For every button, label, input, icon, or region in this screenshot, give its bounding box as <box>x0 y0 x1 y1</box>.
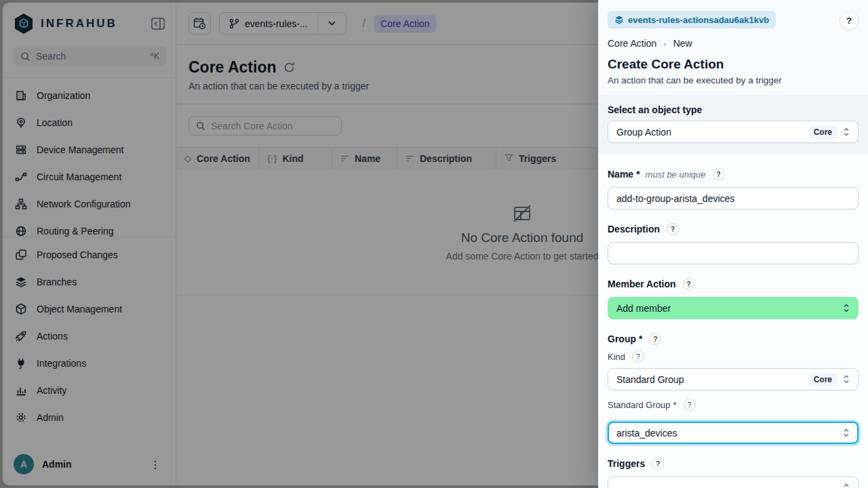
chevron-updown-icon <box>843 428 850 438</box>
drawer-header: events-rules-actionsadau6ak1kvb ? Core A… <box>598 0 868 95</box>
required-marker: * <box>639 333 642 344</box>
member-action-label-row: Member Action ? <box>608 278 859 290</box>
standard-group-label: Standard Group <box>608 400 671 410</box>
required-marker: * <box>636 169 639 180</box>
layers-icon <box>614 15 624 24</box>
triggers-select[interactable] <box>608 476 859 488</box>
name-input[interactable]: add-to-group-arista_devices <box>608 187 859 209</box>
triggers-label: Triggers <box>608 458 645 469</box>
group-label: Group <box>608 333 636 344</box>
standard-group-label-row: Standard Group * ? <box>608 399 859 411</box>
breadcrumb-parent[interactable]: Core Action <box>608 38 656 49</box>
member-action-value: Add member <box>616 303 671 314</box>
standard-group-select[interactable]: arista_devices <box>608 422 859 444</box>
description-input[interactable] <box>608 242 859 264</box>
name-label: Name <box>608 169 633 180</box>
standard-group-value: arista_devices <box>616 428 677 439</box>
object-type-value: Group Action <box>616 127 671 138</box>
help-icon[interactable]: ? <box>652 458 664 470</box>
chevron-right-icon: › <box>663 39 666 49</box>
help-icon[interactable]: ? <box>683 278 695 290</box>
description-label: Description <box>608 224 660 235</box>
object-type-label: Select an object type <box>608 104 859 115</box>
breadcrumb-current: New <box>673 38 692 49</box>
chevron-updown-icon <box>843 127 850 137</box>
screen: INFRAHUB Search <box>0 0 868 488</box>
kind-label: Kind <box>608 352 625 362</box>
chevron-updown-icon <box>843 303 850 313</box>
drawer-subtitle: An action that can be executed by a trig… <box>608 75 859 95</box>
member-action-select[interactable]: Add member <box>608 297 859 319</box>
drawer-title: Create Core Action <box>608 57 859 72</box>
help-icon[interactable]: ? <box>684 399 696 411</box>
help-icon[interactable]: ? <box>667 223 679 235</box>
drawer-breadcrumb: Core Action › New <box>608 38 859 49</box>
help-button[interactable]: ? <box>840 11 859 30</box>
core-badge: Core <box>808 373 837 386</box>
name-hint: must be unique <box>646 169 706 180</box>
create-core-action-drawer: events-rules-actionsadau6ak1kvb ? Core A… <box>598 0 868 488</box>
required-marker: * <box>673 400 677 410</box>
chevron-updown-icon <box>843 374 850 384</box>
triggers-label-row: Triggers ? <box>608 458 859 470</box>
name-label-row: Name * must be unique ? <box>608 168 859 180</box>
object-type-select[interactable]: Group Action Core <box>608 121 859 143</box>
drawer-form: Name * must be unique ? add-to-group-ari… <box>598 155 868 488</box>
group-label-row: Group * ? <box>608 333 859 345</box>
kind-select[interactable]: Standard Group Core <box>608 368 859 390</box>
member-action-label: Member Action <box>608 279 676 289</box>
description-label-row: Description ? <box>608 223 859 235</box>
help-icon[interactable]: ? <box>713 168 725 180</box>
help-icon[interactable]: ? <box>649 333 661 345</box>
branch-badge[interactable]: events-rules-actionsadau6ak1kvb <box>608 11 776 28</box>
object-type-section: Select an object type Group Action Core <box>598 95 868 155</box>
core-badge: Core <box>808 125 837 139</box>
kind-value: Standard Group <box>616 374 684 385</box>
chevron-updown-icon <box>843 483 850 488</box>
kind-label-row: Kind ? <box>608 350 859 363</box>
name-value: add-to-group-arista_devices <box>616 193 734 204</box>
help-icon[interactable]: ? <box>632 350 644 363</box>
